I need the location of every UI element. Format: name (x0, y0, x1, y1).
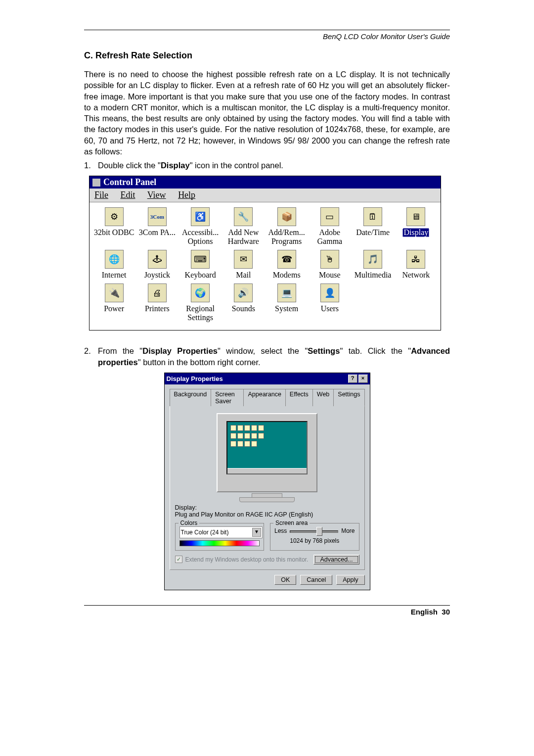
menu-help[interactable]: Help (178, 190, 195, 200)
cp-item-label: Regional Settings (180, 304, 221, 322)
mail-icon: ✉ (234, 250, 253, 269)
cp-item-label: Printers (145, 304, 170, 313)
close-button[interactable]: × (358, 375, 368, 383)
less-label: Less (274, 527, 287, 534)
cp-item-label: Internet (102, 271, 127, 280)
extend-desktop-checkbox: ✓ Extend my Windows desktop onto this mo… (175, 556, 309, 563)
menu-edit[interactable]: Edit (121, 190, 135, 200)
cp-item-add-new-hardware[interactable]: 🔧Add New Hardware (223, 207, 264, 246)
cp-item-sounds[interactable]: 🔊Sounds (223, 284, 264, 322)
display-label: Display: (175, 504, 359, 511)
cp-item-modems[interactable]: ☎Modems (266, 250, 307, 280)
dropdown-arrow-icon[interactable]: ▼ (252, 528, 261, 537)
regional-icon: 🌍 (191, 284, 210, 302)
printers-icon: 🖨 (148, 284, 167, 302)
tab-settings[interactable]: Settings (334, 389, 364, 406)
menu-file[interactable]: File (94, 190, 108, 200)
ok-button[interactable]: OK (274, 575, 296, 585)
cp-item-internet[interactable]: 🌐Internet (93, 250, 134, 280)
power-icon: 🔌 (105, 284, 124, 302)
cp-item-add-rem-programs[interactable]: 📦Add/Rem... Programs (266, 207, 307, 246)
cp-item-label: Display (402, 228, 429, 237)
cp-item-32bit-odbc[interactable]: ⚙32bit ODBC (93, 207, 134, 246)
tab-effects[interactable]: Effects (286, 389, 313, 406)
cp-item-power[interactable]: 🔌Power (93, 284, 134, 322)
step-1: 1. Double click the "Display" icon in th… (84, 160, 450, 171)
cp-item-label: Add New Hardware (223, 228, 264, 246)
tab-background[interactable]: Background (170, 389, 212, 406)
cp-item-printers[interactable]: 🖨Printers (136, 284, 178, 322)
cp-item-label: Modems (273, 271, 301, 280)
add-icon: 🔧 (234, 207, 253, 226)
cp-item-date-time[interactable]: 🗓Date/Time (353, 207, 394, 246)
multimedia-icon: 🎵 (363, 250, 382, 269)
cp-item-label: Network (402, 271, 430, 280)
joystick-icon: 🕹 (148, 250, 167, 269)
advanced-button[interactable]: Advanced... (313, 555, 359, 565)
cp-item-label: Mouse (319, 271, 341, 280)
page-footer: English 30 (84, 608, 450, 616)
internet-icon: 🌐 (105, 250, 124, 269)
modems-icon: ☎ (277, 250, 296, 269)
accessibi-icon: ♿ (191, 207, 210, 226)
control-panel-grid: ⚙32bit ODBC3Com3Com PA...♿Accessibi... O… (93, 207, 437, 322)
cp-item-multimedia[interactable]: 🎵Multimedia (353, 250, 394, 280)
resolution-value: 1024 by 768 pixels (274, 537, 355, 544)
display-properties-titlebar: Display Properties ? × (165, 373, 370, 384)
control-panel-icon (92, 179, 100, 187)
control-panel-title: Control Panel (103, 177, 156, 188)
control-panel-menubar: File Edit View Help (89, 189, 441, 202)
cp-item-label: Multimedia (355, 271, 392, 280)
cp-item-regional-settings[interactable]: 🌍Regional Settings (180, 284, 221, 322)
cp-item-label: 3Com PA... (139, 228, 176, 237)
cp-item-network[interactable]: 🖧Network (396, 250, 437, 280)
network-icon: 🖧 (406, 250, 425, 269)
step-2: 2. From the "Display Properties" window,… (84, 345, 450, 368)
cp-item-label: Keyboard (185, 271, 216, 280)
settings-panel: Display: Plug and Play Monitor on RAGE I… (170, 406, 365, 570)
help-button[interactable]: ? (348, 375, 357, 383)
resolution-slider[interactable] (290, 526, 338, 535)
monitor-preview (217, 413, 317, 492)
section-heading: C. Refresh Rate Selection (84, 50, 450, 61)
display-value: Plug and Play Monitor on RAGE IIC AGP (E… (175, 511, 359, 518)
cp-item-adobe-gamma[interactable]: ▭Adobe Gamma (309, 207, 350, 246)
add-icon: 📦 (277, 207, 296, 226)
doc-title: BenQ LCD Color Monitor User's Guide (84, 32, 450, 41)
cp-item-joystick[interactable]: 🕹Joystick (136, 250, 178, 280)
cp-item-users[interactable]: 👤Users (309, 284, 350, 322)
cp-item-label: System (275, 304, 298, 313)
cp-item-label: Date/Time (356, 228, 390, 237)
more-label: More (341, 527, 355, 534)
users-icon: 👤 (320, 284, 339, 302)
cp-item-label: Power (104, 304, 124, 313)
cp-item-system[interactable]: 💻System (266, 284, 307, 322)
tab-screen-saver[interactable]: Screen Saver (211, 389, 244, 406)
sounds-icon: 🔊 (234, 284, 253, 302)
cp-item-accessibi-options[interactable]: ♿Accessibi... Options (180, 207, 221, 246)
system-icon: 💻 (277, 284, 296, 302)
control-panel-titlebar: Control Panel (89, 176, 441, 189)
date-icon: 🗓 (363, 207, 382, 226)
cp-item-display[interactable]: 🖥Display (396, 207, 437, 246)
checkbox-icon: ✓ (175, 556, 182, 563)
cp-item-mouse[interactable]: 🖱Mouse (309, 250, 350, 280)
menu-view[interactable]: View (147, 190, 166, 200)
mouse-icon: 🖱 (320, 250, 339, 269)
cp-item-label: Accessibi... Options (180, 228, 221, 246)
tab-appearance[interactable]: Appearance (244, 389, 285, 406)
apply-button[interactable]: Apply (336, 575, 364, 585)
cancel-button[interactable]: Cancel (300, 575, 332, 585)
slider-thumb[interactable] (316, 527, 322, 536)
cp-item-keyboard[interactable]: ⌨Keyboard (180, 250, 221, 280)
tab-web[interactable]: Web (313, 389, 334, 406)
cp-item-mail[interactable]: ✉Mail (223, 250, 264, 280)
cp-item-label: Add/Rem... Programs (266, 228, 307, 246)
3com-icon: 3Com (148, 207, 167, 226)
cp-item-label: Sounds (232, 304, 255, 313)
cp-item-label: Joystick (144, 271, 170, 280)
colors-select[interactable]: True Color (24 bit) ▼ (179, 526, 263, 538)
cp-item-label: Users (321, 304, 339, 313)
screen-area-group: Screen area Less More 1024 by 768 pixels (270, 523, 359, 551)
cp-item-3com-pa-[interactable]: 3Com3Com PA... (136, 207, 178, 246)
